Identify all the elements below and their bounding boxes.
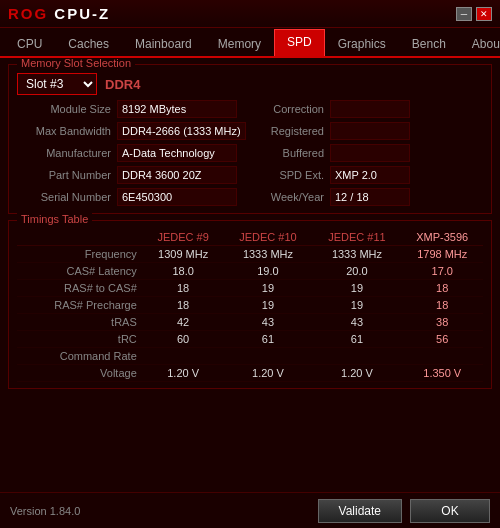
- timings-cell-4-1: 43: [223, 314, 312, 331]
- week-year-row: Week/Year 12 / 18: [250, 187, 483, 207]
- timings-cell-7-3: 1.350 V: [401, 365, 483, 382]
- spd-ext-label: SPD Ext.: [250, 169, 330, 181]
- spd-ext-row: SPD Ext. XMP 2.0: [250, 165, 483, 185]
- window-controls: ─ ✕: [456, 7, 492, 21]
- max-bandwidth-row: Max Bandwidth DDR4-2666 (1333 MHz): [17, 121, 250, 141]
- timings-cell-5-0: 60: [143, 331, 224, 348]
- timings-cell-4-0: 42: [143, 314, 224, 331]
- timings-cell-0-2: 1333 MHz: [312, 246, 401, 263]
- timings-cell-6-1: [223, 348, 312, 365]
- timings-row-label-7: Voltage: [17, 365, 143, 382]
- memory-info-grid: Module Size 8192 MBytes Max Bandwidth DD…: [17, 99, 483, 207]
- timings-row-label-2: RAS# to CAS#: [17, 280, 143, 297]
- buffered-label: Buffered: [250, 147, 330, 159]
- timings-row-7: Voltage1.20 V1.20 V1.20 V1.350 V: [17, 365, 483, 382]
- col-header-jedec10: JEDEC #10: [223, 229, 312, 246]
- tab-graphics[interactable]: Graphics: [325, 31, 399, 56]
- memory-type: DDR4: [105, 77, 140, 92]
- timings-row-3: RAS# Precharge18191918: [17, 297, 483, 314]
- timings-cell-6-2: [312, 348, 401, 365]
- tab-memory[interactable]: Memory: [205, 31, 274, 56]
- timings-row-0: Frequency1309 MHz1333 MHz1333 MHz1798 MH…: [17, 246, 483, 263]
- validate-button[interactable]: Validate: [318, 499, 402, 523]
- col-header-jedec11: JEDEC #11: [312, 229, 401, 246]
- part-number-row: Part Number DDR4 3600 20Z: [17, 165, 250, 185]
- serial-number-value: 6E450300: [117, 188, 237, 206]
- module-size-row: Module Size 8192 MBytes: [17, 99, 250, 119]
- bottom-buttons: Validate OK: [318, 499, 490, 523]
- timings-row-1: CAS# Latency18.019.020.017.0: [17, 263, 483, 280]
- timings-cell-1-2: 20.0: [312, 263, 401, 280]
- serial-number-row: Serial Number 6E450300: [17, 187, 250, 207]
- timings-cell-5-3: 56: [401, 331, 483, 348]
- tab-caches[interactable]: Caches: [55, 31, 122, 56]
- rog-logo: ROG: [8, 5, 54, 22]
- manufacturer-row: Manufacturer A-Data Technology: [17, 143, 250, 163]
- col-header-xmp: XMP-3596: [401, 229, 483, 246]
- registered-row: Registered: [250, 121, 483, 141]
- timings-row-2: RAS# to CAS#18191918: [17, 280, 483, 297]
- buffered-row: Buffered: [250, 143, 483, 163]
- correction-value: [330, 100, 410, 118]
- timings-row-6: Command Rate: [17, 348, 483, 365]
- timings-row-4: tRAS42434338: [17, 314, 483, 331]
- timings-cell-5-2: 61: [312, 331, 401, 348]
- timings-row-label-0: Frequency: [17, 246, 143, 263]
- week-year-label: Week/Year: [250, 191, 330, 203]
- timings-cell-6-3: [401, 348, 483, 365]
- timings-cell-7-2: 1.20 V: [312, 365, 401, 382]
- timings-cell-0-0: 1309 MHz: [143, 246, 224, 263]
- timings-cell-7-1: 1.20 V: [223, 365, 312, 382]
- registered-value: [330, 122, 410, 140]
- serial-number-label: Serial Number: [17, 191, 117, 203]
- spd-ext-value: XMP 2.0: [330, 166, 410, 184]
- buffered-value: [330, 144, 410, 162]
- tab-mainboard[interactable]: Mainboard: [122, 31, 205, 56]
- timings-cell-4-2: 43: [312, 314, 401, 331]
- timings-cell-0-1: 1333 MHz: [223, 246, 312, 263]
- memory-slot-section-label: Memory Slot Selection: [17, 58, 135, 69]
- minimize-button[interactable]: ─: [456, 7, 472, 21]
- timings-cell-1-1: 19.0: [223, 263, 312, 280]
- timings-row-label-5: tRC: [17, 331, 143, 348]
- timings-cell-3-3: 18: [401, 297, 483, 314]
- ok-button[interactable]: OK: [410, 499, 490, 523]
- timings-cell-1-3: 17.0: [401, 263, 483, 280]
- tab-cpu[interactable]: CPU: [4, 31, 55, 56]
- tab-bench[interactable]: Bench: [399, 31, 459, 56]
- close-button[interactable]: ✕: [476, 7, 492, 21]
- info-left: Module Size 8192 MBytes Max Bandwidth DD…: [17, 99, 250, 207]
- col-header-empty: [17, 229, 143, 246]
- correction-label: Correction: [250, 103, 330, 115]
- timings-section: Timings Table JEDEC #9 JEDEC #10 JEDEC #…: [8, 220, 492, 389]
- timings-row-label-6: Command Rate: [17, 348, 143, 365]
- registered-label: Registered: [250, 125, 330, 137]
- manufacturer-value: A-Data Technology: [117, 144, 237, 162]
- part-number-value: DDR4 3600 20Z: [117, 166, 237, 184]
- timings-cell-5-1: 61: [223, 331, 312, 348]
- info-right: Correction Registered Buffered SPD Ext. …: [250, 99, 483, 207]
- week-year-value: 12 / 18: [330, 188, 410, 206]
- max-bandwidth-value: DDR4-2666 (1333 MHz): [117, 122, 246, 140]
- timings-row-label-3: RAS# Precharge: [17, 297, 143, 314]
- tab-spd[interactable]: SPD: [274, 29, 325, 56]
- timings-cell-0-3: 1798 MHz: [401, 246, 483, 263]
- max-bandwidth-label: Max Bandwidth: [17, 125, 117, 137]
- col-header-jedec9: JEDEC #9: [143, 229, 224, 246]
- timings-cell-2-3: 18: [401, 280, 483, 297]
- timings-cell-2-0: 18: [143, 280, 224, 297]
- slot-dropdown[interactable]: Slot #1 Slot #2 Slot #3 Slot #4: [17, 73, 97, 95]
- timings-header-row: JEDEC #9 JEDEC #10 JEDEC #11 XMP-3596: [17, 229, 483, 246]
- tab-about[interactable]: About: [459, 31, 500, 56]
- module-size-value: 8192 MBytes: [117, 100, 237, 118]
- timings-cell-3-1: 19: [223, 297, 312, 314]
- slot-selection-row: Slot #1 Slot #2 Slot #3 Slot #4 DDR4: [17, 73, 483, 95]
- timings-cell-2-1: 19: [223, 280, 312, 297]
- timings-cell-7-0: 1.20 V: [143, 365, 224, 382]
- bottombar: Version 1.84.0 Validate OK: [0, 492, 500, 528]
- main-content: Memory Slot Selection Slot #1 Slot #2 Sl…: [0, 58, 500, 492]
- timings-cell-3-0: 18: [143, 297, 224, 314]
- timings-table: JEDEC #9 JEDEC #10 JEDEC #11 XMP-3596 Fr…: [17, 229, 483, 382]
- memory-slot-section: Memory Slot Selection Slot #1 Slot #2 Sl…: [8, 64, 492, 214]
- module-size-label: Module Size: [17, 103, 117, 115]
